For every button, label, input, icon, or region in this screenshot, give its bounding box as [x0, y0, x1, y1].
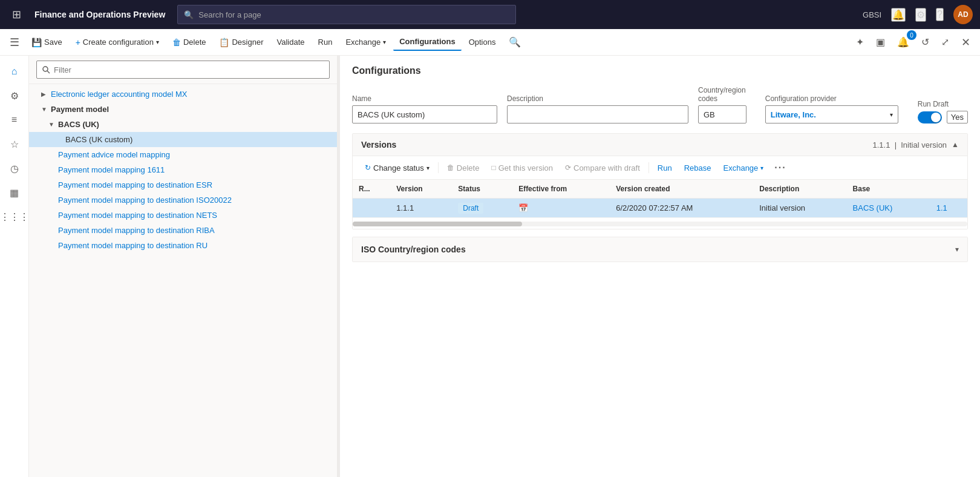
chevron-down-icon: ▼: [48, 121, 56, 128]
more-options-button[interactable]: ···: [771, 160, 789, 176]
home-icon-button[interactable]: ⌂: [4, 61, 25, 82]
base-link[interactable]: BACS (UK): [853, 203, 893, 212]
avatar[interactable]: AD: [953, 5, 973, 24]
top-bar-right: GBSI 🔔 ⚙ ? AD: [863, 5, 973, 24]
trash-icon: 🗑: [447, 163, 454, 172]
cmd-right-actions: ✦ ▣ 🔔 0 ↺ ⤢ ✕: [851, 32, 975, 53]
chevron-down-icon: ▼: [41, 106, 48, 113]
tree-item-mapping-1611[interactable]: Payment model mapping 1611: [29, 162, 337, 177]
chevron-right-icon: ▶: [41, 91, 48, 97]
command-bar: ☰ 💾 Save + Create configuration ▾ 🗑 Dele…: [0, 29, 980, 56]
tree-item-mapping-riba[interactable]: Payment model mapping to destination RIB…: [29, 223, 337, 238]
cell-r: [353, 199, 390, 218]
global-search[interactable]: 🔍 Search for a page: [177, 5, 516, 24]
fullscreen-button[interactable]: ⤢: [936, 33, 954, 51]
tree-item-payment-model[interactable]: ▼ Payment model: [29, 102, 337, 117]
filter-input[interactable]: [36, 61, 330, 79]
country-input[interactable]: [698, 105, 746, 123]
tree-item-bacs-uk-custom[interactable]: BACS (UK custom): [29, 132, 337, 147]
notification-bell-icon[interactable]: 🔔: [891, 8, 906, 22]
designer-button[interactable]: 📋 Designer: [213, 34, 269, 51]
designer-icon: 📋: [219, 38, 229, 47]
grid-icon[interactable]: ⊞: [7, 4, 26, 25]
col-base-version: [930, 180, 967, 199]
provider-label: Configuration provider: [765, 94, 898, 103]
toggle-row: Yes: [918, 111, 968, 123]
iso-section: ISO Country/region codes ▾: [352, 237, 968, 262]
tree-item-mapping-iso20022[interactable]: Payment model mapping to destination ISO…: [29, 192, 337, 208]
change-status-button[interactable]: ↻ Change status ▾: [360, 160, 434, 176]
tree-item-label: Payment model: [51, 105, 109, 114]
tree-panel: ▶ Electronic ledger accounting model MX …: [29, 56, 338, 477]
table-row[interactable]: 1.1.1 Draft 📅 6/2/2020 07:22:57 AM Initi…: [353, 199, 967, 218]
country-field: Country/region codes: [698, 86, 756, 123]
validate-button[interactable]: Validate: [271, 34, 311, 50]
list-icon-button[interactable]: ≡: [4, 109, 25, 131]
filter-icon-button[interactable]: ⚙: [4, 85, 25, 107]
horizontal-scrollbar[interactable]: [353, 222, 967, 226]
notification-badge-button[interactable]: 🔔 0: [892, 33, 914, 51]
help-icon[interactable]: ?: [936, 8, 944, 21]
status-badge: Draft: [458, 203, 483, 214]
modules-icon-button[interactable]: ⋮⋮⋮: [4, 206, 25, 228]
tree-item-label: Payment model mapping 1611: [58, 165, 165, 174]
versions-delete-button[interactable]: 🗑 Delete: [442, 160, 485, 176]
tree-item-mapping-ru[interactable]: Payment model mapping to destination RU: [29, 238, 337, 253]
cell-status: Draft: [452, 199, 512, 218]
tree-item-label: Payment model mapping to destination ESR: [58, 180, 212, 189]
rebase-button[interactable]: Rebase: [679, 160, 716, 176]
refresh-button[interactable]: ↺: [916, 33, 934, 51]
notification-icon: 🔔: [897, 37, 909, 47]
tree-item-payment-advice[interactable]: Payment advice model mapping: [29, 147, 337, 162]
run-button[interactable]: Run: [312, 34, 339, 50]
star-icon-button[interactable]: ✦: [851, 33, 869, 51]
versions-header-row: R... Version Status Effective from Versi…: [353, 180, 967, 199]
col-status: Status: [452, 180, 512, 199]
delete-button[interactable]: 🗑 Delete: [166, 34, 212, 51]
versions-run-button[interactable]: Run: [653, 160, 677, 176]
versions-table-head: R... Version Status Effective from Versi…: [353, 180, 967, 199]
main-layout: ⌂ ⚙ ≡ ☆ ◷ ▦ ⋮⋮⋮ ▶ Electronic ledger acco…: [0, 56, 980, 477]
col-description: Description: [753, 180, 846, 199]
iso-header[interactable]: ISO Country/region codes ▾: [353, 237, 967, 262]
versions-exchange-button[interactable]: Exchange ▾: [719, 160, 769, 176]
tree-item-mapping-esr[interactable]: Payment model mapping to destination ESR: [29, 177, 337, 192]
base-version-link[interactable]: 1.1: [936, 203, 947, 212]
settings-icon[interactable]: ⚙: [915, 8, 926, 22]
save-button[interactable]: 💾 Save: [25, 34, 68, 51]
options-button[interactable]: Options: [463, 34, 502, 50]
exchange-button[interactable]: Exchange ▾: [339, 34, 392, 50]
configurations-tab-button[interactable]: Configurations: [393, 33, 461, 51]
versions-title: Versions: [361, 140, 872, 150]
hamburger-menu-button[interactable]: ☰: [5, 32, 24, 53]
trash-icon: 🗑: [172, 38, 181, 47]
tree-item-bacs-uk[interactable]: ▼ BACS (UK): [29, 117, 337, 132]
compare-with-draft-button[interactable]: ⟳ Compare with draft: [560, 160, 645, 176]
scrollbar-thumb[interactable]: [353, 222, 522, 226]
provider-dropdown[interactable]: Litware, Inc. ▾: [765, 105, 898, 123]
description-input[interactable]: [507, 105, 688, 123]
app-title: Finance and Operations Preview: [34, 10, 165, 19]
favorites-icon-button[interactable]: ☆: [4, 133, 25, 155]
change-status-chevron-icon: ▾: [426, 165, 430, 171]
cell-version: 1.1.1: [390, 199, 452, 218]
filter-search-button[interactable]: 🔍: [503, 33, 527, 51]
notification-count: 0: [907, 30, 916, 40]
tree-item-label: Electronic ledger accounting model MX: [51, 90, 187, 99]
name-input[interactable]: [352, 105, 497, 123]
sidebar-toggle-button[interactable]: ▣: [871, 33, 890, 51]
tree-content: ▶ Electronic ledger accounting model MX …: [29, 84, 337, 477]
run-draft-toggle[interactable]: [918, 111, 942, 123]
workspace-icon-button[interactable]: ▦: [4, 182, 25, 203]
versions-header[interactable]: Versions 1.1.1 | Initial version ▲: [353, 134, 967, 156]
tree-item-electronic-ledger[interactable]: ▶ Electronic ledger accounting model MX: [29, 87, 337, 102]
exchange-chevron-icon: ▾: [383, 39, 386, 45]
toolbar-separator-1: [438, 162, 439, 173]
recent-icon-button[interactable]: ◷: [4, 157, 25, 179]
search-icon: 🔍: [184, 10, 194, 19]
tree-item-mapping-nets[interactable]: Payment model mapping to destination NET…: [29, 208, 337, 223]
get-this-version-button[interactable]: □ Get this version: [486, 160, 558, 176]
toggle-knob: [931, 113, 941, 122]
create-configuration-button[interactable]: + Create configuration ▾: [70, 34, 165, 51]
close-button[interactable]: ✕: [956, 32, 975, 53]
